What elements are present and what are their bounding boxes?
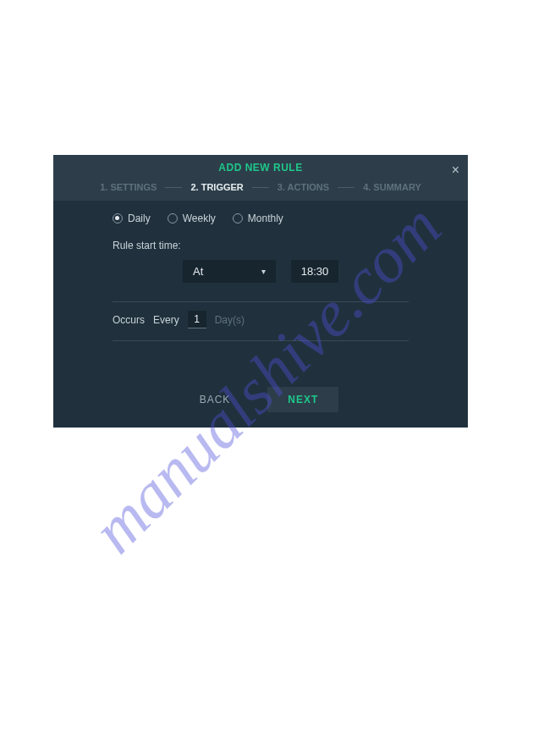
wizard-steps: 1. SETTINGS 2. TRIGGER 3. ACTIONS 4. SUM… bbox=[53, 179, 468, 201]
start-time-row: At ▾ 18:30 bbox=[113, 260, 409, 283]
step-summary[interactable]: 4. SUMMARY bbox=[363, 182, 421, 192]
step-settings[interactable]: 1. SETTINGS bbox=[100, 182, 157, 192]
occurs-row: Occurs Every 1 Day(s) bbox=[113, 311, 409, 341]
back-button[interactable]: BACK bbox=[183, 387, 248, 412]
divider bbox=[113, 301, 409, 302]
next-button[interactable]: NEXT bbox=[267, 387, 338, 412]
close-icon[interactable]: × bbox=[452, 163, 459, 177]
every-label: Every bbox=[153, 314, 179, 326]
when-select[interactable]: At ▾ bbox=[183, 260, 276, 283]
step-trigger[interactable]: 2. TRIGGER bbox=[190, 182, 243, 192]
radio-icon bbox=[168, 213, 178, 223]
radio-monthly[interactable]: Monthly bbox=[233, 212, 283, 224]
occurs-label: Occurs bbox=[113, 314, 145, 326]
radio-label: Weekly bbox=[183, 212, 216, 224]
modal-title: ADD NEW RULE bbox=[53, 162, 468, 179]
select-value: At bbox=[193, 265, 203, 278]
start-time-label: Rule start time: bbox=[113, 240, 409, 251]
time-input[interactable]: 18:30 bbox=[291, 260, 338, 283]
modal-footer: BACK NEXT bbox=[53, 375, 468, 428]
every-count-input[interactable]: 1 bbox=[188, 311, 206, 328]
modal-body: Daily Weekly Monthly Rule start time: At… bbox=[53, 201, 468, 375]
step-separator bbox=[165, 187, 182, 188]
step-actions[interactable]: 3. ACTIONS bbox=[277, 182, 329, 192]
modal-header: ADD NEW RULE × 1. SETTINGS 2. TRIGGER 3.… bbox=[53, 155, 468, 201]
radio-weekly[interactable]: Weekly bbox=[168, 212, 216, 224]
radio-label: Daily bbox=[128, 212, 151, 224]
frequency-radio-group: Daily Weekly Monthly bbox=[113, 212, 409, 224]
chevron-down-icon: ▾ bbox=[261, 267, 266, 276]
radio-icon bbox=[113, 213, 123, 223]
radio-icon bbox=[233, 213, 243, 223]
days-unit-label: Day(s) bbox=[215, 314, 245, 326]
step-separator bbox=[252, 187, 269, 188]
radio-daily[interactable]: Daily bbox=[113, 212, 151, 224]
radio-label: Monthly bbox=[248, 212, 283, 224]
step-separator bbox=[338, 187, 354, 188]
add-rule-modal: ADD NEW RULE × 1. SETTINGS 2. TRIGGER 3.… bbox=[53, 155, 468, 428]
